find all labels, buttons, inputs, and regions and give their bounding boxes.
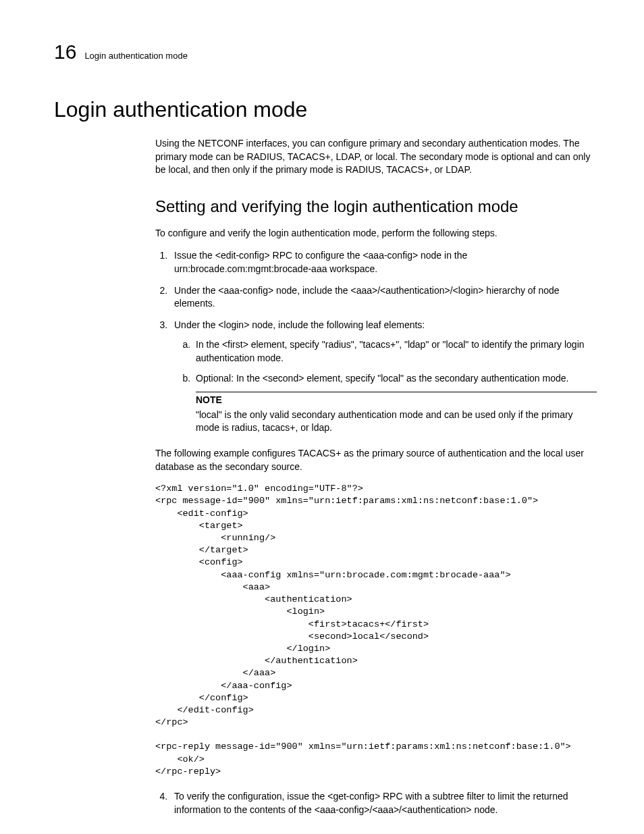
chapter-number: 16: [54, 41, 76, 63]
step-4: To verify the configuration, issue the <…: [170, 790, 597, 816]
steps-list-continued: To verify the configuration, issue the <…: [155, 790, 597, 816]
note-label: NOTE: [196, 394, 597, 407]
page-header: 16 Login authentication mode: [54, 41, 597, 63]
code-block-request: <?xml version="1.0" encoding="UTF-8"?> <…: [155, 483, 597, 729]
step-1: Issue the <edit-config> RPC to configure…: [170, 249, 597, 276]
section-subhead: Setting and verifying the login authenti…: [155, 197, 597, 216]
steps-list: Issue the <edit-config> RPC to configure…: [155, 249, 597, 435]
note-text: "local" is the only valid secondary auth…: [196, 409, 597, 435]
intro-paragraph: Using the NETCONF interfaces, you can co…: [155, 137, 597, 177]
lead-paragraph: To configure and verify the login authen…: [155, 227, 597, 240]
note-block: NOTE "local" is the only valid secondary…: [196, 392, 597, 435]
step-3-text: Under the <login> node, include the foll…: [174, 319, 425, 330]
running-title: Login authentication mode: [84, 51, 188, 61]
step-3a: In the <first> element, specify "radius"…: [193, 338, 597, 365]
page-title: Login authentication mode: [54, 97, 597, 122]
page: 16 Login authentication mode Login authe…: [0, 0, 644, 834]
example-lead: The following example configures TACACS+…: [155, 447, 597, 473]
step-3-sublist: In the <first> element, specify "radius"…: [174, 338, 597, 385]
body-column: Using the NETCONF interfaces, you can co…: [155, 137, 597, 816]
code-block-reply: <rpc-reply message-id="900" xmlns="urn:i…: [155, 741, 597, 778]
step-3b: Optional: In the <second> element, speci…: [193, 372, 597, 386]
step-3: Under the <login> node, include the foll…: [170, 319, 597, 435]
note-rule: [196, 392, 597, 392]
step-2: Under the <aaa-config> node, include the…: [170, 284, 597, 311]
